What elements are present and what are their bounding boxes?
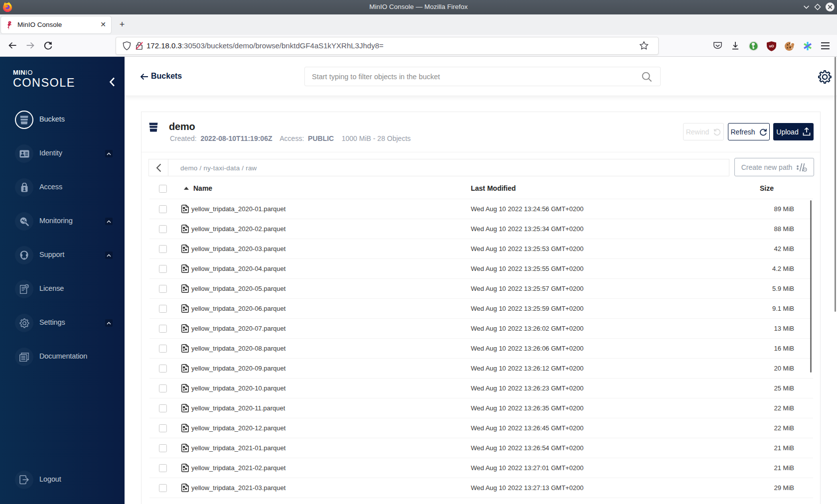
svg-text:uO: uO: [769, 44, 774, 48]
